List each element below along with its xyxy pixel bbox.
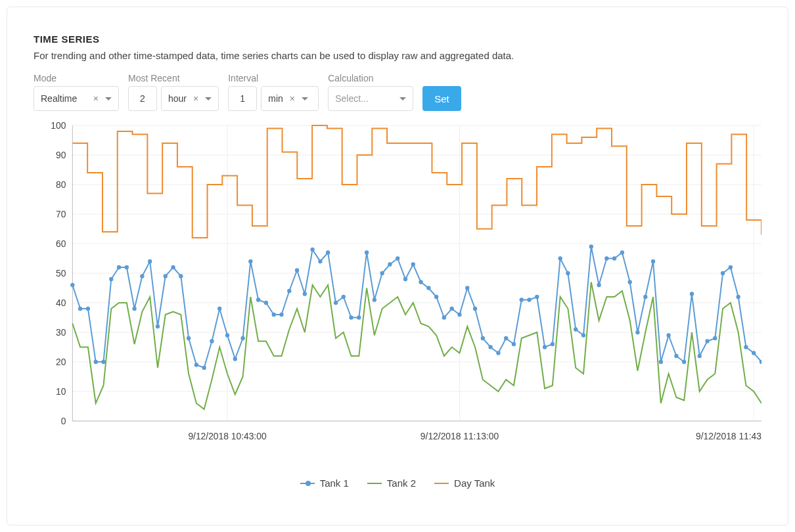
svg-point-82 [473,307,477,311]
svg-point-67 [357,315,361,319]
legend-item-tank2[interactable]: Tank 2 [367,477,416,489]
svg-point-103 [635,330,639,334]
svg-point-36 [117,265,121,269]
svg-point-54 [256,298,260,301]
svg-point-58 [287,289,291,293]
svg-point-96 [581,333,585,337]
svg-text:90: 90 [56,150,66,160]
svg-point-92 [551,342,555,346]
svg-point-113 [713,336,717,340]
mode-select[interactable]: Realtime × [34,86,119,111]
svg-point-32 [86,307,90,311]
most-recent-unit: hour [168,93,187,104]
svg-point-114 [721,271,725,275]
time-series-card: TIME SERIES For trending and other time-… [7,7,788,525]
svg-point-116 [736,295,740,299]
svg-point-72 [396,256,399,260]
svg-text:9/12/2018 11:43: 9/12/2018 11:43 [696,431,761,441]
svg-point-57 [279,313,283,317]
svg-point-80 [457,313,461,317]
controls-bar: Mode Realtime × Most Recent 2 hour × [34,73,761,111]
svg-point-33 [94,360,98,364]
svg-point-98 [597,283,601,287]
svg-point-106 [659,360,663,364]
clear-icon[interactable]: × [92,93,100,104]
interval-unit-select[interactable]: min × [261,86,319,111]
interval-value-input[interactable]: 1 [228,86,257,111]
svg-point-65 [342,295,346,299]
page-title: TIME SERIES [34,33,761,45]
calculation-placeholder: Select... [335,93,369,104]
svg-point-46 [194,363,198,366]
time-series-chart: 01020304050607080901009/12/2018 10:43:00… [34,119,761,460]
svg-point-94 [566,271,570,275]
svg-point-83 [481,336,485,340]
svg-text:30: 30 [56,327,66,338]
svg-text:0: 0 [61,416,66,426]
svg-point-75 [419,280,422,284]
most-recent-group: Most Recent 2 hour × [128,73,219,111]
svg-point-35 [109,277,113,281]
svg-point-45 [187,336,191,340]
svg-point-60 [303,292,307,296]
svg-point-79 [450,307,454,311]
svg-point-30 [70,283,74,287]
most-recent-unit-select[interactable]: hour × [161,86,219,111]
svg-point-99 [604,256,608,260]
svg-text:100: 100 [51,120,66,131]
svg-point-73 [403,277,407,281]
svg-point-112 [705,339,709,343]
svg-point-93 [558,256,562,260]
interval-label: Interval [228,73,319,83]
svg-point-104 [643,295,647,299]
svg-point-76 [426,286,430,290]
legend-marker-daytank [434,483,449,484]
chevron-down-icon [205,97,212,100]
svg-point-49 [217,307,221,311]
svg-point-39 [140,274,144,278]
svg-point-88 [520,298,524,301]
svg-point-71 [388,262,392,266]
svg-point-56 [272,313,276,317]
svg-point-117 [744,345,748,349]
svg-point-110 [690,292,694,296]
svg-point-100 [612,256,616,260]
legend-marker-tank2 [367,483,382,484]
svg-point-51 [233,357,237,361]
chart-legend: Tank 1 Tank 2 Day Tank [34,477,761,489]
svg-point-48 [210,339,214,343]
svg-point-74 [411,262,415,266]
chevron-down-icon [105,97,112,100]
legend-item-tank1[interactable]: Tank 1 [300,477,349,489]
svg-text:20: 20 [56,357,66,367]
most-recent-value-input[interactable]: 2 [128,86,157,111]
svg-point-95 [574,327,578,331]
calculation-group: Calculation Select... [328,73,413,111]
svg-point-62 [318,259,322,263]
clear-icon[interactable]: × [192,93,200,104]
calculation-select[interactable]: Select... [328,86,413,111]
legend-item-daytank[interactable]: Day Tank [434,477,495,489]
svg-point-90 [535,295,539,299]
mode-group: Mode Realtime × [34,73,119,111]
svg-point-40 [148,259,152,263]
svg-text:80: 80 [56,179,66,190]
svg-point-102 [628,280,632,284]
set-button[interactable]: Set [422,86,461,111]
svg-point-91 [543,345,547,349]
svg-point-63 [326,250,330,254]
svg-point-108 [674,354,678,358]
svg-point-47 [202,366,206,370]
svg-text:9/12/2018 11:13:00: 9/12/2018 11:13:00 [420,431,499,441]
svg-point-59 [295,268,299,272]
svg-point-87 [512,342,516,346]
svg-point-37 [125,265,129,269]
svg-text:10: 10 [56,386,66,397]
svg-point-77 [434,295,438,299]
legend-marker-tank1 [300,483,315,484]
svg-point-38 [132,307,136,311]
clear-icon[interactable]: × [288,93,296,104]
mode-value: Realtime [41,93,77,104]
svg-point-85 [496,351,500,355]
svg-point-97 [589,244,593,248]
